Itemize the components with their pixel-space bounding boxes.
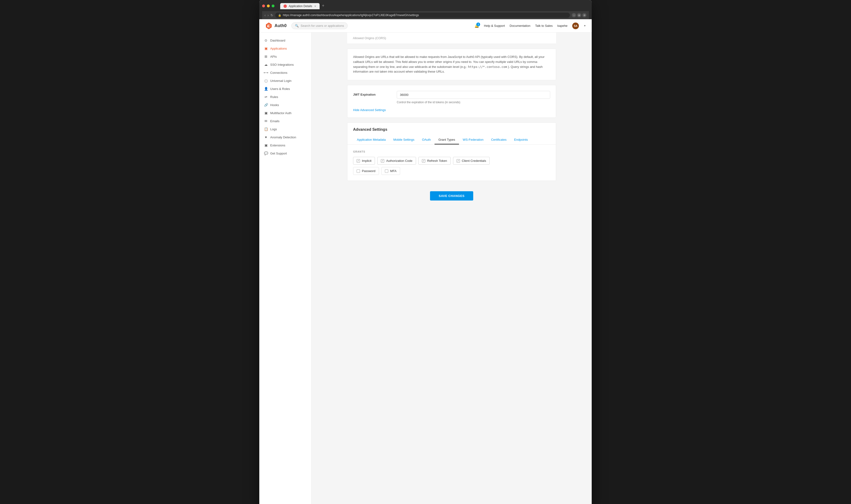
grant-types-tab-content: GRANTS ✓ Implicit ✓ Author <box>347 144 556 181</box>
sidebar-label-dashboard: Dashboard <box>270 39 285 42</box>
grant-password-label: Password <box>362 169 376 173</box>
tab-certificates[interactable]: Certificates <box>487 136 510 144</box>
sidebar-item-rules[interactable]: ⇌ Rules <box>259 93 311 101</box>
sidebar-label-applications: Applications <box>270 47 287 50</box>
layout: ⊙ Dashboard ▣ Applications ⊞ APIs ☁ SSO … <box>259 33 592 504</box>
tab-oauth[interactable]: OAuth <box>418 136 435 144</box>
user-menu-chevron[interactable]: ▼ <box>584 24 586 27</box>
tab-favicon <box>283 4 287 8</box>
sidebar-item-get-support[interactable]: 💬 Get Support <box>259 149 311 157</box>
grant-client-creds-label: Client Credentials <box>462 159 486 163</box>
user-name: kapehe <box>557 24 568 28</box>
apis-icon: ⊞ <box>264 55 268 58</box>
documentation-link[interactable]: Documentation <box>509 24 530 28</box>
auth0-logo-icon: A <box>265 22 273 30</box>
notification-badge: 3 <box>476 22 480 26</box>
sidebar-label-support: Get Support <box>270 151 287 155</box>
users-icon: 👤 <box>264 87 268 91</box>
search-bar[interactable]: 🔍 Search for users or applications <box>291 22 348 29</box>
nav-right: 🔔 3 Help & Support Documentation Talk to… <box>474 22 586 29</box>
sidebar-item-logs[interactable]: 📋 Logs <box>259 125 311 133</box>
advanced-settings-tabs: Application Metadata Mobile Settings OAu… <box>347 136 556 144</box>
grant-authorization-code[interactable]: ✓ Authorization Code <box>377 157 416 165</box>
emails-icon: ✉ <box>264 119 268 123</box>
universal-login-icon: ▢ <box>264 79 268 83</box>
back-button[interactable]: ‹ <box>264 13 266 17</box>
connections-icon: ⟷ <box>264 71 268 74</box>
sso-icon: ☁ <box>264 62 268 67</box>
search-icon: 🔍 <box>295 24 299 28</box>
save-changes-button[interactable]: SAVE CHANGES <box>430 191 473 200</box>
help-support-link[interactable]: Help & Support <box>484 24 505 28</box>
tab-grant-types[interactable]: Grant Types <box>435 136 459 144</box>
tab-title: Application Details <box>289 4 312 8</box>
sidebar-label-anomaly: Anomaly Detection <box>270 136 296 139</box>
main-content: Allowed Origins (CORS) Allowed Origins a… <box>312 33 592 504</box>
jwt-expiration-description: Control the expiration of the id tokens … <box>397 100 550 104</box>
extensions-sidebar-icon: ▣ <box>264 143 268 147</box>
talk-to-sales-link[interactable]: Talk to Sales <box>535 24 553 28</box>
dashboard-icon: ⊙ <box>264 38 268 42</box>
sidebar-label-extensions: Extensions <box>270 144 285 147</box>
close-dot[interactable] <box>262 4 265 7</box>
sidebar-item-connections[interactable]: ⟷ Connections <box>259 69 311 77</box>
sidebar-item-dashboard[interactable]: ⊙ Dashboard <box>259 36 311 44</box>
grant-refresh-token[interactable]: ✓ Refresh Token <box>418 157 451 165</box>
maximize-dot[interactable] <box>272 4 275 7</box>
tab-application-metadata[interactable]: Application Metadata <box>353 136 389 144</box>
sidebar-item-anomaly-detection[interactable]: ♥ Anomaly Detection <box>259 133 311 141</box>
sidebar-label-users-roles: Users & Roles <box>270 87 290 91</box>
grant-password[interactable]: Password <box>353 167 379 175</box>
svg-text:A: A <box>267 24 269 28</box>
bookmark-icon[interactable]: ☆ <box>572 13 576 17</box>
extensions-icon[interactable]: ⊞ <box>577 13 581 17</box>
sidebar-item-multifactor-auth[interactable]: ▣ Multifactor Auth <box>259 109 311 117</box>
tab-ws-federation[interactable]: WS-Federation <box>459 136 487 144</box>
sidebar-item-universal-login[interactable]: ▢ Universal Login <box>259 77 311 85</box>
grant-mfa[interactable]: MFA <box>381 167 400 175</box>
sidebar-item-applications[interactable]: ▣ Applications <box>259 44 311 52</box>
grant-client-credentials[interactable]: ✓ Client Credentials <box>453 157 490 165</box>
jwt-expiration-input[interactable] <box>397 91 550 99</box>
reload-button[interactable]: ↻ <box>271 13 273 17</box>
tab-close-button[interactable]: ✕ <box>314 5 316 8</box>
app-content: A Auth0 🔍 Search for users or applicatio… <box>259 19 592 504</box>
tab-endpoints[interactable]: Endpoints <box>510 136 532 144</box>
url-text: https://manage.auth0.com/dashboard/us/ka… <box>283 14 419 17</box>
jwt-expiration-section: JWT Expiration Control the expiration of… <box>347 85 556 118</box>
sidebar-item-hooks[interactable]: 🔗 Hooks <box>259 101 311 109</box>
settings-icon[interactable]: ⚙ <box>582 13 587 17</box>
new-tab-button[interactable]: + <box>320 2 327 9</box>
logs-icon: 📋 <box>264 127 268 131</box>
grant-refresh-token-label: Refresh Token <box>427 159 447 163</box>
grant-implicit-checkbox: ✓ <box>357 159 360 163</box>
user-avatar[interactable]: SA <box>572 22 579 29</box>
jwt-expiration-field-wrapper: Control the expiration of the id tokens … <box>397 91 550 104</box>
content-area: Allowed Origins (CORS) Allowed Origins a… <box>337 33 566 219</box>
sidebar-item-extensions[interactable]: ▣ Extensions <box>259 141 311 149</box>
sidebar-item-apis[interactable]: ⊞ APIs <box>259 52 311 60</box>
cors-example: https://*.contoso.com <box>468 65 507 69</box>
grants-grid-row2: Password MFA <box>353 167 550 175</box>
grant-implicit[interactable]: ✓ Implicit <box>353 157 375 165</box>
sidebar-label-logs: Logs <box>270 127 277 131</box>
active-tab[interactable]: Application Details ✕ <box>280 3 319 9</box>
save-bar: SAVE CHANGES <box>347 185 556 210</box>
logo-text: Auth0 <box>275 23 286 28</box>
forward-button[interactable]: › <box>267 13 269 17</box>
minimize-dot[interactable] <box>267 4 270 7</box>
sidebar-item-sso-integrations[interactable]: ☁ SSO Integrations <box>259 60 311 69</box>
jwt-expiration-label: JWT Expiration <box>353 91 391 96</box>
sidebar-item-emails[interactable]: ✉ Emails <box>259 117 311 125</box>
notification-button[interactable]: 🔔 3 <box>474 23 479 28</box>
sidebar-label-rules: Rules <box>270 95 278 99</box>
hooks-icon: 🔗 <box>264 103 268 107</box>
browser-actions: ☆ ⊞ ⚙ <box>572 13 587 17</box>
applications-icon: ▣ <box>264 47 268 50</box>
hide-advanced-settings-link[interactable]: Hide Advanced Settings <box>353 108 550 112</box>
tab-mobile-settings[interactable]: Mobile Settings <box>389 136 418 144</box>
top-nav: A Auth0 🔍 Search for users or applicatio… <box>259 19 592 33</box>
grants-section-label: GRANTS <box>353 150 550 153</box>
sidebar-item-users-roles[interactable]: 👤 Users & Roles <box>259 85 311 93</box>
address-bar[interactable]: 🔒 https://manage.auth0.com/dashboard/us/… <box>275 13 570 18</box>
